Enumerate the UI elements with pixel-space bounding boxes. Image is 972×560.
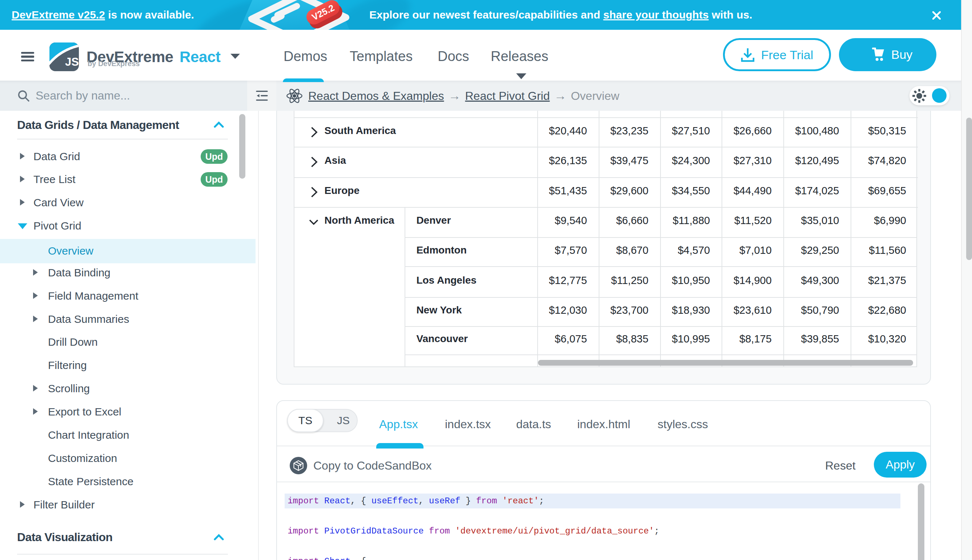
svg-text:JS: JS [65,55,79,68]
